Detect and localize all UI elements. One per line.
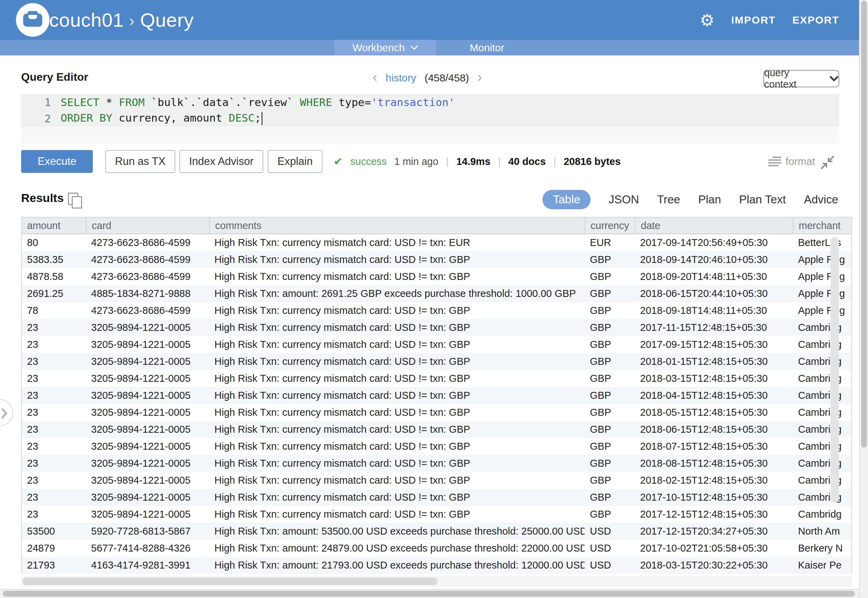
- code-line[interactable]: 2ORDER BY currency, amount DESC;: [21, 110, 839, 127]
- query-status: ✔ success 1 min ago | 14.9ms | 40 docs |…: [333, 155, 621, 168]
- cell-merchant: Cambridg: [793, 506, 852, 523]
- table-horizontal-scrollbar[interactable]: [21, 576, 852, 586]
- cell-date: 2017-12-15T12:48:15+05:30: [635, 506, 793, 523]
- export-button[interactable]: EXPORT: [792, 14, 839, 26]
- cell-date: 2018-04-15T12:48:15+05:30: [635, 387, 793, 404]
- tab-table[interactable]: Table: [542, 190, 590, 209]
- cell-merchant: Cambridg: [793, 472, 852, 489]
- collapse-editor-icon[interactable]: [820, 155, 835, 171]
- cell-comments: High Risk Txn: currency mismatch card: U…: [209, 455, 585, 472]
- cell-comments: High Risk Txn: currency mismatch card: U…: [209, 438, 585, 455]
- cell-comments: High Risk Txn: currency mismatch card: U…: [209, 319, 585, 336]
- column-header-card: card: [86, 218, 209, 233]
- cell-currency: USD: [585, 557, 635, 574]
- cell-date: 2018-01-15T12:48:15+05:30: [635, 353, 793, 370]
- cell-date: 2017-09-15T12:48:15+05:30: [635, 336, 793, 353]
- table-row: 233205-9894-1221-0005High Risk Txn: curr…: [22, 455, 852, 472]
- cell-merchant: Cambridg: [793, 404, 852, 421]
- table-horizontal-scrollbar-thumb[interactable]: [22, 577, 438, 585]
- tab-plan-text[interactable]: Plan Text: [739, 193, 786, 206]
- cell-currency: USD: [585, 540, 635, 557]
- page-title: Query: [140, 9, 194, 31]
- tab-tree[interactable]: Tree: [657, 193, 680, 206]
- sidebar-expand-toggle[interactable]: [0, 399, 13, 426]
- tab-monitor[interactable]: Monitor: [436, 40, 538, 55]
- import-button[interactable]: IMPORT: [731, 14, 776, 26]
- tab-plan[interactable]: Plan: [698, 193, 721, 206]
- cell-amount: 23: [22, 336, 86, 353]
- breadcrumb: couch01 › Query: [49, 0, 194, 40]
- tab-advice[interactable]: Advice: [804, 193, 838, 206]
- tab-json[interactable]: JSON: [608, 193, 639, 206]
- page-vertical-scrollbar-thumb[interactable]: [861, 1, 867, 448]
- cell-merchant: Apple Reg: [793, 302, 852, 319]
- column-header-comments: comments: [209, 218, 585, 233]
- cell-comments: High Risk Txn: currency mismatch card: U…: [209, 353, 585, 370]
- history-next-icon[interactable]: ›: [477, 70, 482, 84]
- cell-comments: High Risk Txn: currency mismatch card: U…: [209, 506, 585, 523]
- cell-amount: 23: [22, 404, 86, 421]
- cell-currency: GBP: [585, 285, 635, 302]
- table-row: 233205-9894-1221-0005High Risk Txn: curr…: [22, 506, 852, 523]
- cell-date: 2018-09-18T14:48:11+05:30: [635, 302, 793, 319]
- cell-card: 5920-7728-6813-5867: [86, 523, 209, 540]
- cell-comments: High Risk Txn: amount: 21793.00 USD exce…: [209, 557, 585, 574]
- sql-editor[interactable]: 1SELECT * FROM `bulk`.`data`.`review` WH…: [21, 94, 839, 143]
- execute-button[interactable]: Execute: [21, 150, 93, 173]
- cell-comments: High Risk Txn: amount: 24879.00 USD exce…: [209, 540, 585, 557]
- cell-comments: High Risk Txn: currency mismatch card: U…: [209, 302, 585, 319]
- cell-card: 3205-9894-1221-0005: [86, 472, 209, 489]
- page-vertical-scrollbar[interactable]: [859, 0, 868, 598]
- cell-currency: GBP: [585, 251, 635, 268]
- cell-card: 4163-4174-9281-3991: [86, 557, 209, 574]
- cell-currency: GBP: [585, 268, 635, 285]
- cell-currency: GBP: [585, 319, 635, 336]
- cell-merchant: Apple Reg: [793, 268, 852, 285]
- breadcrumb-separator: ›: [129, 12, 134, 30]
- cell-merchant: Cambridg: [793, 370, 852, 387]
- cell-currency: GBP: [585, 302, 635, 319]
- cell-date: 2018-06-15T20:44:10+05:30: [635, 285, 793, 302]
- cell-date: 2018-09-20T14:48:11+05:30: [635, 268, 793, 285]
- query-toolbar: Execute Run as TX Index Advisor Explain …: [21, 150, 621, 173]
- cell-card: 4273-6623-8686-4599: [86, 234, 209, 251]
- line-number: 1: [21, 96, 61, 108]
- format-button[interactable]: format: [768, 155, 815, 168]
- cell-amount: 23: [22, 421, 86, 438]
- cell-date: 2018-08-15T12:48:15+05:30: [635, 455, 793, 472]
- tab-workbench[interactable]: Workbench: [334, 40, 436, 55]
- column-header-currency: currency: [585, 218, 635, 233]
- history-link[interactable]: history: [385, 72, 416, 84]
- cell-merchant: Cambridg: [793, 438, 852, 455]
- cell-currency: GBP: [585, 370, 635, 387]
- cell-card: 3205-9894-1221-0005: [86, 387, 209, 404]
- table-vertical-scrollbar[interactable]: [831, 237, 839, 502]
- cell-date: 2018-02-15T12:48:15+05:30: [635, 472, 793, 489]
- page-horizontal-scrollbar-thumb[interactable]: [3, 591, 855, 597]
- cell-card: 3205-9894-1221-0005: [86, 489, 209, 506]
- run-as-tx-button[interactable]: Run as TX: [105, 150, 175, 173]
- cluster-name: couch01: [49, 9, 124, 31]
- cell-currency: GBP: [585, 421, 635, 438]
- index-advisor-button[interactable]: Index Advisor: [179, 150, 263, 173]
- cell-comments: High Risk Txn: currency mismatch card: U…: [209, 336, 585, 353]
- code-lines: 1SELECT * FROM `bulk`.`data`.`review` WH…: [21, 94, 839, 127]
- query-context-select[interactable]: query context: [763, 70, 839, 87]
- chevron-down-icon: [829, 76, 838, 81]
- app-header: couch01 › Query ⚙ IMPORT EXPORT: [0, 0, 868, 40]
- cell-date: 2018-06-15T12:48:15+05:30: [635, 421, 793, 438]
- settings-gear-icon[interactable]: ⚙: [700, 12, 714, 28]
- cell-merchant: Kaiser Pe: [793, 557, 852, 574]
- copy-results-icon[interactable]: [68, 193, 82, 208]
- table-row: 784273-6623-8686-4599High Risk Txn: curr…: [22, 302, 852, 319]
- history-prev-icon[interactable]: ‹: [373, 70, 377, 84]
- cell-date: 2017-10-15T12:48:15+05:30: [635, 489, 793, 506]
- cell-card: 3205-9894-1221-0005: [86, 438, 209, 455]
- explain-button[interactable]: Explain: [268, 150, 323, 173]
- table-row: 217934163-4174-9281-3991High Risk Txn: a…: [22, 557, 852, 574]
- cell-date: 2017-10-02T21:05:58+05:30: [635, 540, 793, 557]
- code-line[interactable]: 1SELECT * FROM `bulk`.`data`.`review` WH…: [21, 94, 839, 110]
- page-horizontal-scrollbar[interactable]: [0, 589, 859, 598]
- cell-comments: High Risk Txn: currency mismatch card: U…: [209, 404, 585, 421]
- header-actions: ⚙ IMPORT EXPORT: [700, 0, 839, 40]
